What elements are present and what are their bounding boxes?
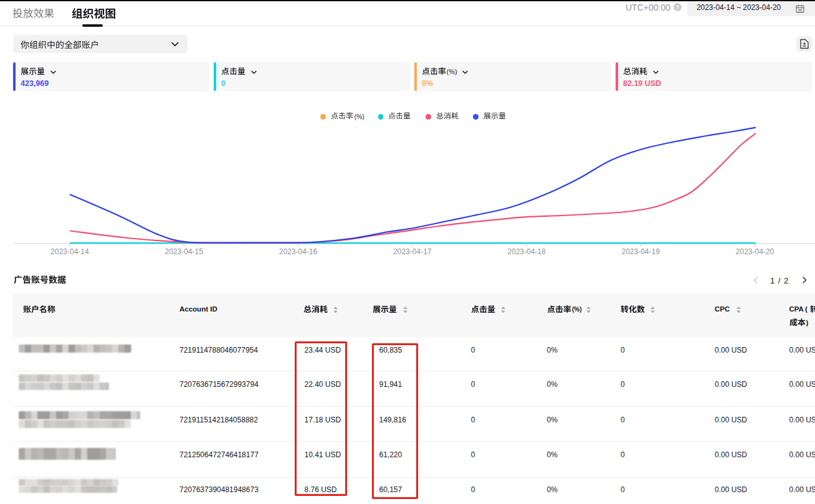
svg-text:2023-04-17: 2023-04-17 (393, 247, 432, 255)
svg-text:?: ? (676, 4, 680, 11)
svg-text:2023-04-19: 2023-04-19 (622, 247, 660, 255)
svg-text:2023-04-16: 2023-04-16 (279, 247, 318, 255)
svg-text:2023-04-14: 2023-04-14 (50, 247, 89, 255)
svg-text:2023-04-18: 2023-04-18 (507, 247, 546, 255)
svg-text:2023-04-15: 2023-04-15 (165, 247, 204, 255)
svg-text:2023-04-20: 2023-04-20 (736, 247, 774, 255)
